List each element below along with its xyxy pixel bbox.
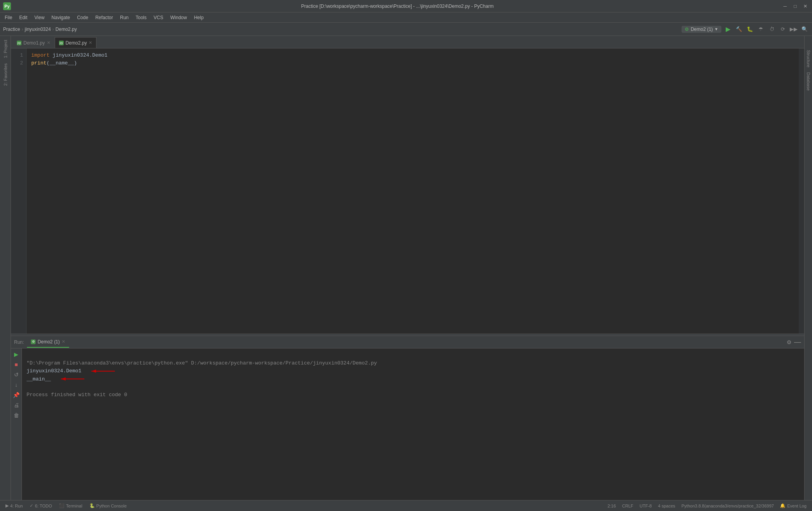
status-python-console[interactable]: 🐍 Python Console bbox=[87, 502, 129, 509]
status-indent[interactable]: 4 spaces bbox=[656, 503, 678, 509]
menu-code[interactable]: Code bbox=[74, 14, 91, 21]
run-pin-button[interactable]: 📌 bbox=[12, 391, 21, 399]
terminal-icon: ⬛ bbox=[59, 503, 64, 508]
build-button[interactable]: 🔨 bbox=[735, 25, 743, 34]
breadcrumb-file[interactable]: Demo2.py bbox=[55, 27, 77, 32]
line-numbers: 1 2 bbox=[11, 48, 27, 334]
menu-navigate[interactable]: Navigate bbox=[48, 14, 73, 21]
debug-button[interactable]: 🐛 bbox=[746, 25, 754, 34]
tab-demo1-label: Demo1.py bbox=[23, 40, 45, 46]
run-config-selector[interactable]: ⚙ Demo2 (1) ▼ bbox=[682, 26, 721, 33]
run-tab-label: Demo2 (1) bbox=[37, 339, 60, 345]
status-position[interactable]: 2:16 bbox=[605, 503, 618, 509]
menu-refactor[interactable]: Refactor bbox=[92, 14, 116, 21]
run-config-name: Demo2 (1) bbox=[691, 27, 713, 32]
tab-demo2-close[interactable]: ✕ bbox=[89, 40, 92, 45]
status-charset[interactable]: UTF-8 bbox=[637, 503, 654, 509]
run-tab-demo2[interactable]: ⚙ Demo2 (1) ✕ bbox=[27, 337, 69, 348]
run-output: "D:\Program Files\anaconda3\envs\practic… bbox=[22, 348, 804, 500]
status-python-version-label: Python3.8.8(anaconda3/envs/practice_32/3… bbox=[682, 504, 774, 508]
line-num-2: 2 bbox=[11, 59, 23, 67]
status-run-label: 4: Run bbox=[10, 504, 23, 508]
run-panel-settings-button[interactable]: ⚙ bbox=[787, 339, 792, 345]
coverage-button[interactable]: ☂ bbox=[757, 25, 765, 34]
menu-vcs[interactable]: VCS bbox=[150, 14, 166, 21]
status-run[interactable]: ▶ 4: Run bbox=[3, 502, 25, 509]
breadcrumb-package[interactable]: jinyuxin0324 bbox=[25, 27, 51, 32]
right-strip: Structure Database bbox=[804, 36, 812, 500]
editor-area: py Demo1.py ✕ py Demo2.py ✕ 1 2 import j… bbox=[11, 36, 804, 500]
run-panel: Run: ⚙ Demo2 (1) ✕ ⚙ — ▶ ■ ↺ ↓ 📌 bbox=[11, 336, 804, 500]
run-rerun-button[interactable]: ↺ bbox=[12, 370, 21, 379]
profile-button[interactable]: ⏱ bbox=[767, 25, 776, 34]
status-event-log-label: Event Log bbox=[787, 504, 807, 508]
left-sidebar: 1: Project 2: Favorites bbox=[0, 36, 11, 500]
run-print-button[interactable]: 🖨 bbox=[12, 401, 21, 409]
run-button[interactable]: ▶ bbox=[724, 25, 732, 34]
tab-demo1-close[interactable]: ✕ bbox=[47, 40, 50, 45]
code-editor: 1 2 import jinyuxin0324.Demo1 print(__na… bbox=[11, 48, 804, 334]
run-output-line1: jinyuxin0324.Demo1 bbox=[27, 368, 119, 374]
right-strip-database[interactable]: Database bbox=[805, 70, 812, 93]
status-event-log[interactable]: 🔔 Event Log bbox=[778, 502, 809, 509]
status-right-items: 2:16 CRLF UTF-8 4 spaces Python3.8.8(ana… bbox=[605, 502, 809, 509]
right-gutter bbox=[799, 48, 804, 334]
status-terminal[interactable]: ⬛ Terminal bbox=[57, 502, 85, 509]
menu-tools[interactable]: Tools bbox=[132, 14, 150, 21]
window-title: Practice [D:\workspace\pycharm-workspace… bbox=[13, 4, 782, 9]
run-output-line2: __main__ bbox=[27, 376, 88, 382]
status-position-label: 2:16 bbox=[607, 504, 616, 508]
sidebar-item-project[interactable]: 1: Project bbox=[2, 38, 9, 60]
maximize-button[interactable]: □ bbox=[792, 3, 799, 10]
status-bar: ▶ 4: Run ✓ 6: TODO ⬛ Terminal 🐍 Python C… bbox=[0, 500, 812, 511]
status-encoding[interactable]: CRLF bbox=[620, 503, 636, 509]
status-indent-label: 4 spaces bbox=[658, 504, 675, 508]
tab-demo1[interactable]: py Demo1.py ✕ bbox=[12, 37, 55, 48]
menu-file[interactable]: File bbox=[2, 14, 15, 21]
menu-window[interactable]: Window bbox=[167, 14, 190, 21]
status-charset-label: UTF-8 bbox=[640, 504, 652, 508]
run-finish-line: Process finished with exit code 0 bbox=[27, 392, 127, 398]
close-button[interactable]: ✕ bbox=[802, 3, 809, 10]
python-console-icon: 🐍 bbox=[89, 503, 95, 508]
code-content[interactable]: import jinyuxin0324.Demo1 print(__name__… bbox=[27, 48, 799, 334]
status-python-version[interactable]: Python3.8.8(anaconda3/envs/practice_32/3… bbox=[679, 503, 776, 509]
breadcrumb: Practice › jinyuxin0324 › Demo2.py bbox=[3, 27, 77, 32]
run-panel-label: Run: bbox=[14, 339, 24, 345]
more-run-btn[interactable]: ▶▶ bbox=[789, 25, 798, 34]
sidebar-item-favorites[interactable]: 2: Favorites bbox=[2, 61, 9, 88]
menu-bar: File Edit View Navigate Code Refactor Ru… bbox=[0, 13, 812, 23]
search-everywhere-button[interactable]: 🔍 bbox=[800, 25, 809, 34]
run-left-toolbar: ▶ ■ ↺ ↓ 📌 🖨 🗑 bbox=[11, 348, 22, 500]
run-panel-minimize-button[interactable]: — bbox=[794, 338, 801, 346]
tab-bar: py Demo1.py ✕ py Demo2.py ✕ bbox=[11, 36, 804, 48]
menu-view[interactable]: View bbox=[31, 14, 48, 21]
menu-edit[interactable]: Edit bbox=[16, 14, 30, 21]
title-bar: Py Practice [D:\workspace\pycharm-worksp… bbox=[0, 0, 812, 13]
run-stop-button[interactable]: ■ bbox=[12, 360, 21, 369]
status-terminal-label: Terminal bbox=[66, 504, 82, 508]
todo-icon: ✓ bbox=[30, 503, 33, 508]
run-play-button[interactable]: ▶ bbox=[12, 350, 21, 359]
tab-demo2[interactable]: py Demo2.py ✕ bbox=[55, 37, 97, 48]
run-panel-body: ▶ ■ ↺ ↓ 📌 🖨 🗑 "D:\Program Files\anaconda… bbox=[11, 348, 804, 500]
run-config-chevron: ▼ bbox=[714, 27, 718, 31]
run-tab-close[interactable]: ✕ bbox=[62, 339, 65, 344]
right-strip-structure[interactable]: Structure bbox=[805, 48, 812, 70]
menu-run[interactable]: Run bbox=[117, 14, 132, 21]
app-icon: Py bbox=[3, 2, 11, 10]
run-config-icon: ⚙ bbox=[685, 27, 689, 32]
run-scroll-down-button[interactable]: ↓ bbox=[12, 381, 21, 389]
status-encoding-label: CRLF bbox=[622, 504, 634, 508]
minimize-button[interactable]: ─ bbox=[782, 3, 789, 10]
breadcrumb-project[interactable]: Practice bbox=[3, 27, 20, 32]
status-todo-label: 6: TODO bbox=[35, 504, 52, 508]
status-todo[interactable]: ✓ 6: TODO bbox=[27, 502, 54, 509]
window-controls: ─ □ ✕ bbox=[782, 3, 809, 10]
run-trash-button[interactable]: 🗑 bbox=[12, 411, 21, 420]
reload-button[interactable]: ⟳ bbox=[778, 25, 787, 34]
menu-help[interactable]: Help bbox=[191, 14, 207, 21]
main-layout: 1: Project 2: Favorites py Demo1.py ✕ py… bbox=[0, 36, 812, 500]
line-num-1: 1 bbox=[11, 52, 23, 59]
demo2-file-icon: py bbox=[59, 41, 64, 45]
